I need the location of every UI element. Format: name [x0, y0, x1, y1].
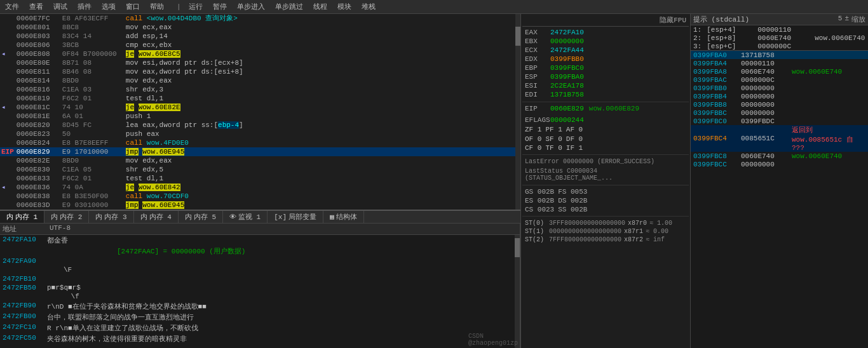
- seg-ds[interactable]: DS 002B: [558, 197, 587, 204]
- toolbar-help[interactable]: 帮助: [147, 2, 166, 11]
- flag-if[interactable]: IF 1: [566, 144, 583, 152]
- table-row[interactable]: 0060E81E 6A 01 push 1: [0, 112, 515, 121]
- st2-row[interactable]: ST(2) 7FFF800000000000000 x87r2 ≈ inf: [525, 236, 686, 244]
- reg-esi[interactable]: ESI 2C2EA178: [522, 81, 689, 90]
- table-row[interactable]: 0060E823 50 push eax: [0, 130, 515, 138]
- flag-sf[interactable]: SF 0: [545, 135, 562, 143]
- list-item[interactable]: 2472FC50 夹谷森林的树木，这使得很重要的暗夜精灵非: [0, 333, 515, 344]
- table-row[interactable]: 0060E833 F6C2 01 test dl,1: [0, 174, 515, 183]
- tab-locals[interactable]: [x] 局部变量: [268, 211, 323, 223]
- reg-eip[interactable]: EIP 0060E829 wow.0060E829: [522, 104, 689, 113]
- table-row[interactable]: 0060E83D E9 03010000 jmp wow.60E945: [0, 201, 515, 210]
- list-item[interactable]: 2472FC10 R r\n■单入在这里建立了战歌位战场，不断砍伐: [0, 323, 515, 333]
- reg-eflags-value[interactable]: 00000244: [550, 116, 584, 124]
- toolbar-thread[interactable]: 线程: [311, 2, 330, 11]
- toolbar-pause[interactable]: 暂停: [210, 2, 229, 11]
- flag-zf[interactable]: ZF 1: [525, 126, 541, 133]
- reg-edi[interactable]: EDI 1371B758: [522, 90, 689, 99]
- seg-gs[interactable]: GS 002B: [525, 188, 554, 196]
- table-row[interactable]: ◂ 0060E836 74 0A je wow.60E842: [0, 183, 515, 192]
- list-item[interactable]: 2472FB10: [0, 274, 515, 283]
- flag-cf[interactable]: CF 0: [525, 144, 541, 152]
- table-row-eip[interactable]: EIP 0060E829 E9 17010000 jmp wow.60E945: [0, 147, 515, 156]
- toolbar-view[interactable]: 查看: [27, 2, 46, 11]
- table-row[interactable]: 0060E816 C1EA 03 shr edx,3: [0, 85, 515, 94]
- hint-ctrl-5[interactable]: 5: [838, 15, 843, 24]
- stack-row[interactable]: 0399FBB4 00000000: [691, 92, 868, 100]
- flag-pf[interactable]: PF 1: [545, 126, 562, 133]
- flag-tf[interactable]: TF 0: [545, 144, 562, 152]
- reg-esi-value[interactable]: 2C2EA178: [550, 82, 584, 90]
- reg-ebp[interactable]: EBP 0399FBC0: [522, 64, 689, 72]
- disasm-area[interactable]: 0060E7FC E8 AF63ECFF call <wow.004D4DB0 …: [0, 14, 520, 210]
- reg-eax[interactable]: EAX 2472FA10: [522, 28, 689, 37]
- stack-row[interactable]: 0399FBB0 00000000: [691, 84, 868, 92]
- table-row[interactable]: 0060E801 8BC8 mov ecx,eax: [0, 23, 515, 32]
- toolbar-step-over[interactable]: 单步跳过: [273, 2, 306, 11]
- table-row[interactable]: 0060E838 E8 B3E50F00 call wow.70CDF0: [0, 192, 515, 201]
- reg-ebp-value[interactable]: 0399FBC0: [550, 64, 584, 72]
- stack-row[interactable]: 0399FBA8 0060E740 wow.0060E740: [691, 67, 868, 76]
- stack-row[interactable]: 0399FBC8 0060E740 wow.0060E740: [691, 152, 868, 160]
- table-row[interactable]: ◂ 0060E81C 74 10 je wow.60E82E: [0, 103, 515, 112]
- toolbar-plugin[interactable]: 插件: [75, 2, 94, 11]
- reg-ebx[interactable]: EBX 00000000: [522, 37, 689, 46]
- table-row[interactable]: 0060E819 F6C2 01 test dl,1: [0, 94, 515, 103]
- reg-ecx[interactable]: ECX 2472FA44: [522, 46, 689, 55]
- tab-struct[interactable]: ▦ 结构体: [323, 211, 364, 223]
- list-item[interactable]: 2472FB90 r\nD ■在位于夹谷森林和贫瘠之地交界处的战歌■■: [0, 301, 515, 312]
- table-row[interactable]: 0060E820 8D45 FC lea eax,dword ptr ss:[e…: [0, 121, 515, 130]
- list-item[interactable]: 2472FA90: [0, 257, 515, 265]
- table-row[interactable]: 0060E830 C1EA 05 shr edx,5: [0, 165, 515, 174]
- flag-of[interactable]: OF 0: [525, 135, 541, 143]
- seg-cs[interactable]: CS 0023: [525, 206, 554, 213]
- tab-memory1[interactable]: 内 内存 1: [0, 211, 44, 223]
- stack-row[interactable]: 0399FBBC 00000000: [691, 109, 868, 117]
- tab-memory3[interactable]: 内 内存 3: [89, 211, 133, 223]
- table-row[interactable]: 0060E814 8BD0 mov edx,eax: [0, 76, 515, 85]
- reg-esp-value[interactable]: 0399FBA0: [550, 73, 584, 81]
- toolbar-stack[interactable]: 堆栈: [359, 2, 378, 11]
- hint-ctrl-zoom[interactable]: 缩放: [851, 15, 865, 24]
- reg-edx-value[interactable]: 0399FBB0: [550, 55, 584, 63]
- reg-edx[interactable]: EDX 0399FBB0: [522, 55, 689, 64]
- seg-es[interactable]: ES 002B: [525, 197, 554, 204]
- stack-row-selected[interactable]: 0399FBC4 0085651C 返回到 wow.0085651c 自 ???: [691, 125, 868, 152]
- list-item[interactable]: 2472FB50 p■r$q■r$: [0, 283, 515, 292]
- hint-ctrl-pm[interactable]: ±: [844, 15, 849, 24]
- seg-fs[interactable]: FS 0053: [558, 188, 587, 196]
- flag-df[interactable]: DF 0: [566, 135, 583, 143]
- st0-row[interactable]: ST(0) 3FFF8000000000000000 x87r0 ≈ 1.00: [525, 219, 686, 227]
- st1-row[interactable]: ST(1) 0000000000000000000 x87r1 ≈ 0.00: [525, 227, 686, 236]
- list-item[interactable]: 2472FA10 都金香: [0, 235, 515, 246]
- table-row[interactable]: 0060E82E 8BD0 mov edx,eax: [0, 156, 515, 165]
- flag-af[interactable]: AF 0: [566, 126, 583, 133]
- memory-scrollbar[interactable]: [515, 235, 520, 348]
- table-row[interactable]: 0060E806 3BCB cmp ecx,ebx: [0, 41, 515, 50]
- reg-ecx-value[interactable]: 2472FA44: [550, 46, 584, 54]
- stack-row[interactable]: 0399FBC0 0399FBDC: [691, 117, 868, 125]
- table-row[interactable]: 0060E80E 8B71 08 mov esi,dword ptr ds:[e…: [0, 58, 515, 67]
- stack-row[interactable]: 0399FBB8 00000000: [691, 100, 868, 109]
- toolbar-run[interactable]: 运行: [186, 2, 205, 11]
- toolbar-window[interactable]: 窗口: [123, 2, 142, 11]
- reg-eflags[interactable]: EFLAGS 00000244: [522, 116, 689, 124]
- list-item[interactable]: 2472FB00 台中，联盟和部落之间的战争一直互激烈地进行: [0, 312, 515, 323]
- table-row[interactable]: 0060E824 E8 B7E8EEFF call wow.4FD0E0: [0, 138, 515, 147]
- disasm-scrollbar[interactable]: [515, 14, 520, 210]
- tab-memory4[interactable]: 内 内存 4: [134, 211, 179, 223]
- seg-ss[interactable]: SS 002B: [558, 206, 587, 213]
- toolbar-options[interactable]: 选项: [99, 2, 118, 11]
- table-row[interactable]: ◂ 0060E808 0F84 B7000000 je wow.60E8C5: [0, 50, 515, 58]
- table-row[interactable]: 0060E811 8B46 08 mov eax,dword ptr ds:[e…: [0, 67, 515, 76]
- reg-eax-value[interactable]: 2472FA10: [550, 29, 584, 36]
- stack-row[interactable]: 0399FBA0 1371B758: [691, 51, 868, 59]
- stack-row[interactable]: 0399FBA4 00000110: [691, 59, 868, 67]
- tab-memory5[interactable]: 内 内存 5: [179, 211, 223, 223]
- tab-memory2[interactable]: 内 内存 2: [44, 211, 89, 223]
- stack-panel[interactable]: 0399FBA0 1371B758 0399FBA4 00000110 0399…: [691, 51, 868, 348]
- stack-row[interactable]: 0399FBCC 00000000: [691, 160, 868, 168]
- tab-watch[interactable]: 👁 监视 1: [223, 211, 268, 223]
- stack-row[interactable]: 0399FBAC 0000000C: [691, 76, 868, 84]
- table-row[interactable]: 0060E7FC E8 AF63ECFF call <wow.004D4DB0 …: [0, 14, 515, 23]
